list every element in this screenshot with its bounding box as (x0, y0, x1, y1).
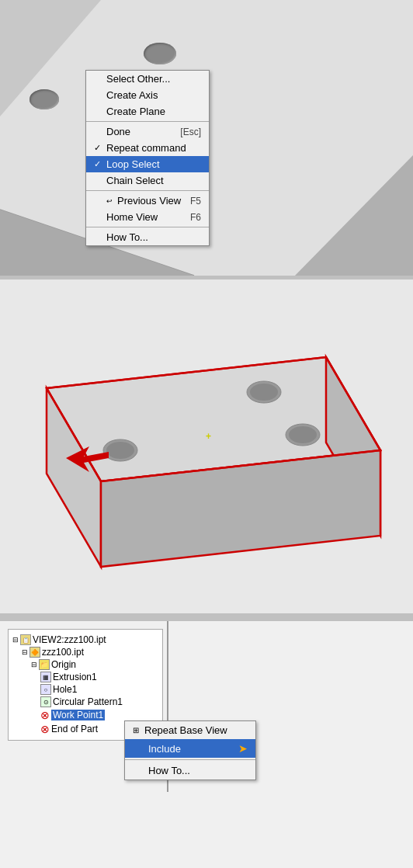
menu-item-how-to2[interactable]: How To... (125, 762, 255, 779)
oval-hole-2 (30, 89, 59, 109)
tree-label-work-point1: Work Point1 (51, 710, 105, 720)
menu-label-chain-select: Chain Select (106, 175, 164, 186)
menu-label-create-plane: Create Plane (106, 106, 165, 117)
menu-item-create-plane[interactable]: Create Plane (86, 103, 209, 120)
menu-item-include[interactable]: Include ➤ (125, 739, 255, 758)
tree-label-view2: VIEW2:zzz100.ipt (33, 634, 106, 645)
menu-label-repeat-base-view: Repeat Base View (144, 724, 227, 736)
tree-label-end-of-part: End of Part (51, 724, 98, 734)
folder-icon: 📁 (39, 659, 50, 670)
menu-item-chain-select[interactable]: Chain Select (86, 172, 209, 189)
tree-item-zzz100[interactable]: ⊟ 🔶 zzz100.ipt (12, 646, 158, 658)
menu-separator-1 (86, 121, 209, 122)
tree-label-circular-pattern: Circular Pattern1 (53, 696, 123, 707)
check-repeat: ✓ (94, 143, 103, 153)
section2-3d-view: + (0, 279, 413, 613)
extrusion-icon: ▦ (40, 672, 51, 682)
tree-item-extrusion1[interactable]: ▦ Extrusion1 (12, 671, 158, 683)
repeat-base-icon: ⊞ (133, 726, 139, 734)
error-icon: ⊗ (40, 709, 50, 721)
include-arrow-icon: ➤ (238, 742, 248, 755)
menu-label-create-axis: Create Axis (106, 89, 158, 101)
tree-item-circular-pattern[interactable]: ⊙ Circular Pattern1 (12, 696, 158, 708)
menu-label-how-to: How To... (106, 231, 148, 243)
oval-hole-1 (144, 43, 176, 64)
menu-item-repeat-command[interactable]: ✓ Repeat command (86, 140, 209, 156)
expand-icon-origin: ⊟ (31, 661, 37, 668)
context-menu-2[interactable]: ⊞ Repeat Base View Include ➤ How To... (124, 720, 256, 780)
menu-label-loop-select: Loop Select (106, 158, 160, 170)
menu-separator-3 (86, 227, 209, 227)
menu-item-create-axis[interactable]: Create Axis (86, 87, 209, 103)
hole-icon: ○ (40, 684, 51, 695)
expand-icon-view2: ⊟ (12, 636, 19, 644)
svg-point-11 (250, 384, 278, 401)
end-icon: ⊗ (40, 723, 50, 735)
tree-label-origin: Origin (51, 659, 76, 670)
menu-shortcut-prev-view: F5 (190, 196, 201, 207)
menu-item-previous-view[interactable]: ↩ Previous View F5 (86, 193, 209, 209)
menu-label-repeat-command: Repeat command (106, 142, 186, 154)
previous-view-icon: ↩ (106, 197, 113, 205)
menu-shortcut-done: [Esc] (180, 127, 201, 137)
menu-separator2-1 (125, 759, 255, 760)
menu-label-include: Include (148, 743, 181, 755)
check-loop: ✓ (94, 159, 103, 169)
assembly-icon: 📋 (20, 634, 31, 645)
crosshair-marker: + (206, 431, 211, 442)
tree-item-hole1[interactable]: ○ Hole1 (12, 683, 158, 696)
tree-label-hole1: Hole1 (53, 684, 77, 695)
expand-icon-zzz100: ⊟ (22, 648, 28, 656)
section1-cad-view: Select Other... Create Axis Create Plane… (0, 0, 413, 276)
menu-label-done: Done (106, 126, 130, 137)
menu-item-repeat-base-view[interactable]: ⊞ Repeat Base View (125, 721, 255, 739)
menu-item-home-view[interactable]: Home View F6 (86, 209, 209, 225)
menu-label-previous-view: Previous View (117, 195, 181, 207)
section3-tree-view: ⊟ 📋 VIEW2:zzz100.ipt ⊟ 🔶 zzz100.ipt ⊟ 📁 … (0, 621, 413, 868)
menu-shortcut-home-view: F6 (190, 212, 201, 223)
3d-cad-svg (0, 279, 413, 613)
svg-point-13 (106, 442, 134, 459)
tree-item-view2[interactable]: ⊟ 📋 VIEW2:zzz100.ipt (12, 634, 158, 646)
menu-label-home-view: Home View (106, 211, 158, 223)
menu-separator-2 (86, 190, 209, 191)
svg-point-15 (289, 426, 317, 443)
menu-item-how-to[interactable]: How To... (86, 229, 209, 245)
menu-item-done[interactable]: Done [Esc] (86, 123, 209, 140)
tree-label-extrusion1: Extrusion1 (53, 672, 97, 682)
menu-item-select-other[interactable]: Select Other... (86, 71, 209, 87)
menu-label-how-to2: How To... (148, 765, 190, 776)
pattern-icon: ⊙ (40, 696, 51, 707)
tree-label-zzz100: zzz100.ipt (42, 647, 84, 658)
menu-label-select-other: Select Other... (106, 73, 170, 85)
menu-item-loop-select[interactable]: ✓ Loop Select (86, 156, 209, 172)
tree-item-origin[interactable]: ⊟ 📁 Origin (12, 658, 158, 671)
part-icon: 🔶 (30, 647, 40, 658)
context-menu-1[interactable]: Select Other... Create Axis Create Plane… (85, 70, 210, 246)
